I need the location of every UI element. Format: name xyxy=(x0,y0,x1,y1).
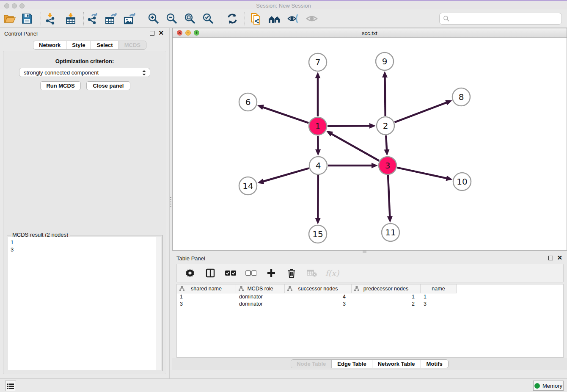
graph-edge-3-1[interactable] xyxy=(331,134,379,161)
apply-layout-icon[interactable] xyxy=(225,12,239,25)
column-type-icon xyxy=(239,286,244,291)
toolbar-separator xyxy=(41,12,41,25)
close-panel-icon[interactable]: ✕ xyxy=(158,29,164,37)
cell-successor-nodes[interactable]: 4 xyxy=(285,294,352,301)
optimization-criterion-value: strongly connected component xyxy=(24,69,99,76)
select-all-columns-icon[interactable] xyxy=(225,268,236,279)
column-header-MCDS-role[interactable]: MCDS role xyxy=(236,284,285,293)
optimization-criterion-select[interactable]: strongly connected component xyxy=(19,68,150,77)
edge-arrowhead-icon xyxy=(445,100,452,105)
export-network-icon[interactable] xyxy=(85,12,100,25)
import-table-icon[interactable] xyxy=(63,12,78,25)
tab-style[interactable]: Style xyxy=(66,41,91,49)
float-panel-icon[interactable] xyxy=(150,31,154,36)
graph-node-label: 8 xyxy=(459,92,464,102)
mcds-panel: Optimization criterion: strongly connect… xyxy=(3,51,166,374)
graph-edge-3-10[interactable] xyxy=(397,168,447,179)
column-header-predecessor-nodes[interactable]: predecessor nodes xyxy=(352,284,421,293)
cell-name[interactable]: 3 xyxy=(421,301,457,308)
table-row[interactable]: 3dominator323 xyxy=(177,301,457,308)
mcds-result-list[interactable]: 13 xyxy=(8,237,161,370)
delete-column-icon[interactable] xyxy=(286,268,297,279)
zoom-out-icon[interactable] xyxy=(165,12,179,25)
table-row[interactable]: 1dominator411 xyxy=(177,294,457,301)
graph-edge-1-2[interactable] xyxy=(328,126,370,126)
search-icon xyxy=(443,15,450,22)
import-network-icon[interactable] xyxy=(43,12,58,25)
unselect-all-columns-icon[interactable] xyxy=(245,268,256,279)
edge-arrowhead-icon xyxy=(369,123,376,129)
column-header-name[interactable]: name xyxy=(421,284,457,293)
export-image-icon[interactable] xyxy=(122,12,137,25)
main-toolbar xyxy=(0,9,567,28)
network-graph-canvas[interactable]: 7968124314101511 xyxy=(173,38,567,250)
column-header-shared-name[interactable]: shared name xyxy=(177,284,236,293)
search-input[interactable] xyxy=(439,13,562,25)
save-session-icon[interactable] xyxy=(20,12,34,25)
column-type-icon xyxy=(354,286,359,291)
cell-predecessor-nodes[interactable]: 1 xyxy=(352,294,421,301)
graph-node-label: 10 xyxy=(457,177,467,187)
add-column-icon[interactable] xyxy=(266,268,277,279)
zoom-in-icon[interactable] xyxy=(146,12,161,25)
edge-arrowhead-icon xyxy=(372,163,378,168)
table-settings-gear-icon[interactable] xyxy=(184,268,195,279)
column-header-successor-nodes[interactable]: successor nodes xyxy=(285,284,352,293)
cell-successor-nodes[interactable]: 3 xyxy=(285,301,352,308)
tab-motifs[interactable]: Motifs xyxy=(421,360,448,368)
table-panel-title: Table Panel xyxy=(176,255,205,262)
table-header-row: shared nameMCDS rolesuccessor nodesprede… xyxy=(177,284,457,293)
tab-mcds[interactable]: MCDS xyxy=(119,41,146,49)
export-table-icon[interactable] xyxy=(104,12,118,25)
column-type-icon xyxy=(287,286,292,291)
clone-network-icon[interactable] xyxy=(249,12,263,25)
graph-edge-2-9[interactable] xyxy=(385,77,385,116)
first-neighbors-icon[interactable] xyxy=(267,12,282,25)
tab-node-table[interactable]: Node Table xyxy=(291,360,332,368)
vertical-splitter[interactable] xyxy=(169,28,172,378)
close-table-panel-icon[interactable]: ✕ xyxy=(557,254,562,262)
cell-name[interactable]: 1 xyxy=(421,294,457,301)
cell-predecessor-nodes[interactable]: 2 xyxy=(352,301,421,308)
graph-node-label: 6 xyxy=(245,97,251,107)
toolbar-separator xyxy=(142,12,142,25)
toolbar-separator xyxy=(83,12,84,25)
task-history-button[interactable] xyxy=(5,381,16,391)
run-mcds-button[interactable]: Run MCDS xyxy=(40,81,81,90)
tab-network[interactable]: Network xyxy=(33,41,66,49)
zoom-selected-icon[interactable] xyxy=(201,12,215,25)
cell-MCDS-role[interactable]: dominator xyxy=(236,301,285,308)
memory-button[interactable]: Memory xyxy=(533,381,564,391)
edge-arrowhead-icon xyxy=(257,179,264,184)
graph-edge-1-6[interactable] xyxy=(262,107,308,123)
cell-MCDS-role[interactable]: dominator xyxy=(236,294,285,301)
network-view-title: scc.txt xyxy=(173,30,567,36)
result-scrollbar[interactable] xyxy=(156,237,161,370)
graph-edge-4-15[interactable] xyxy=(318,175,318,219)
mcds-result-group: MCDS result (2 nodes) 13 xyxy=(7,235,162,371)
cell-shared-name[interactable]: 1 xyxy=(177,294,236,301)
graph-node-label: 1 xyxy=(315,121,321,131)
open-file-icon[interactable] xyxy=(3,12,17,25)
graph-node-label: 15 xyxy=(312,229,323,239)
select-stepper-icon xyxy=(142,69,146,76)
float-table-panel-icon[interactable] xyxy=(548,256,553,260)
hide-selected-icon[interactable] xyxy=(286,12,300,25)
list-icon xyxy=(7,383,14,389)
close-panel-button[interactable]: Close panel xyxy=(86,81,130,90)
network-window-titlebar[interactable]: ✕ − + scc.txt xyxy=(173,28,567,38)
mcds-result-line: 1 xyxy=(11,239,159,246)
toolbar-separator xyxy=(221,12,221,25)
graph-edge-3-11[interactable] xyxy=(388,175,390,217)
cell-shared-name[interactable]: 3 xyxy=(177,301,236,308)
status-bar: Memory xyxy=(0,378,567,392)
graph-edge-2-8[interactable] xyxy=(395,102,447,122)
graph-edge-2-3[interactable] xyxy=(386,135,387,150)
zoom-fit-icon[interactable] xyxy=(183,12,197,25)
tab-edge-table[interactable]: Edge Table xyxy=(332,360,372,368)
table-tabs-strip: Node TableEdge TableNetwork TableMotifs xyxy=(172,358,567,370)
tab-select[interactable]: Select xyxy=(91,41,118,49)
tab-network-table[interactable]: Network Table xyxy=(372,360,421,368)
graph-edge-4-14[interactable] xyxy=(263,168,309,182)
show-columns-icon[interactable] xyxy=(205,268,216,279)
